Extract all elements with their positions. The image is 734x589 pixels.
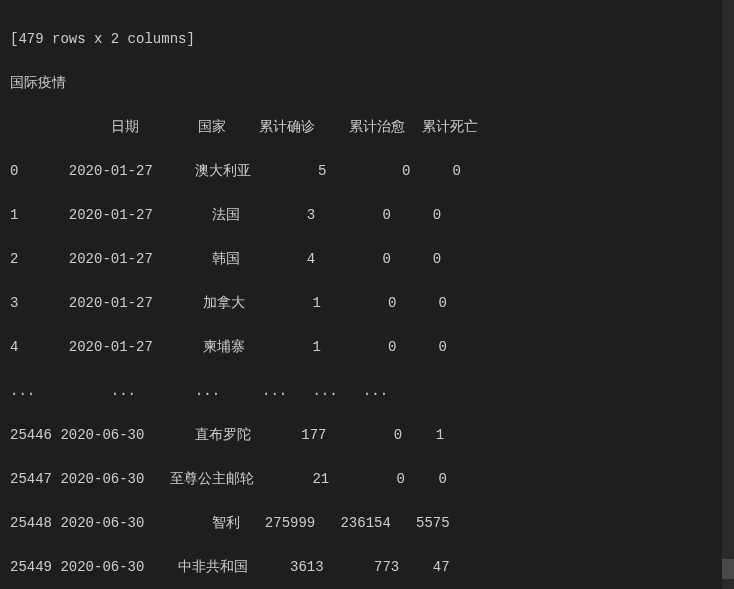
table-row: 25448 2020-06-30 智利 275999 236154 5575 bbox=[10, 512, 724, 534]
table-row: 0 2020-01-27 澳大利亚 5 0 0 bbox=[10, 160, 724, 182]
table-row: 25449 2020-06-30 中非共和国 3613 773 47 bbox=[10, 556, 724, 578]
dataframe-summary: [479 rows x 2 columns] bbox=[10, 28, 724, 50]
table-ellipsis: ... ... ... ... ... ... bbox=[10, 380, 724, 402]
scrollbar-thumb[interactable] bbox=[722, 559, 734, 579]
table-row: 25446 2020-06-30 直布罗陀 177 0 1 bbox=[10, 424, 724, 446]
table-row: 25447 2020-06-30 至尊公主邮轮 21 0 0 bbox=[10, 468, 724, 490]
table-row: 4 2020-01-27 柬埔寨 1 0 0 bbox=[10, 336, 724, 358]
vertical-scrollbar[interactable] bbox=[722, 0, 734, 589]
terminal-output: [479 rows x 2 columns] 国际疫情 日期 国家 累计确诊 累… bbox=[0, 0, 734, 589]
table-header: 日期 国家 累计确诊 累计治愈 累计死亡 bbox=[10, 116, 724, 138]
table-row: 1 2020-01-27 法国 3 0 0 bbox=[10, 204, 724, 226]
section-title: 国际疫情 bbox=[10, 72, 724, 94]
table-row: 2 2020-01-27 韩国 4 0 0 bbox=[10, 248, 724, 270]
table-row: 3 2020-01-27 加拿大 1 0 0 bbox=[10, 292, 724, 314]
